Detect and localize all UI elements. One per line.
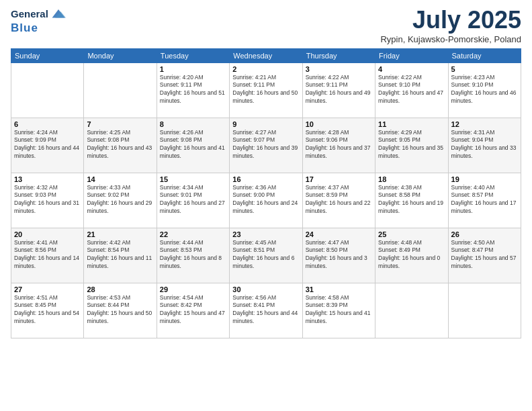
cell-date: 25 bbox=[378, 230, 445, 238]
cell-info: Sunrise: 4:33 AMSunset: 9:02 PMDaylight:… bbox=[87, 184, 153, 216]
cell-date: 23 bbox=[232, 230, 299, 238]
table-row: 13Sunrise: 4:32 AMSunset: 9:03 PMDayligh… bbox=[11, 173, 84, 228]
cell-date: 6 bbox=[14, 120, 81, 128]
cell-date: 21 bbox=[87, 230, 153, 238]
logo: General Blue bbox=[11, 7, 66, 35]
cell-info: Sunrise: 4:41 AMSunset: 8:56 PMDaylight:… bbox=[14, 239, 81, 271]
cell-info: Sunrise: 4:27 AMSunset: 9:07 PMDaylight:… bbox=[232, 129, 299, 161]
cell-date: 20 bbox=[14, 230, 81, 238]
table-row: 12Sunrise: 4:31 AMSunset: 9:04 PMDayligh… bbox=[448, 118, 521, 173]
cell-info: Sunrise: 4:53 AMSunset: 8:44 PMDaylight:… bbox=[87, 294, 153, 326]
cell-date: 8 bbox=[160, 120, 226, 128]
cell-date: 28 bbox=[87, 285, 153, 293]
month-title: July 2025 bbox=[380, 7, 521, 34]
cell-date: 30 bbox=[232, 285, 299, 293]
cell-date: 11 bbox=[378, 120, 445, 128]
table-row: 8Sunrise: 4:26 AMSunset: 9:08 PMDaylight… bbox=[157, 118, 229, 173]
cell-info: Sunrise: 4:44 AMSunset: 8:53 PMDaylight:… bbox=[160, 239, 226, 271]
calendar-header-row: Sunday Monday Tuesday Wednesday Thursday… bbox=[11, 48, 521, 62]
cell-info: Sunrise: 4:24 AMSunset: 9:09 PMDaylight:… bbox=[14, 129, 81, 161]
cell-date: 31 bbox=[306, 285, 372, 293]
table-row: 18Sunrise: 4:38 AMSunset: 8:58 PMDayligh… bbox=[375, 173, 448, 228]
cell-info: Sunrise: 4:54 AMSunset: 8:42 PMDaylight:… bbox=[160, 294, 226, 326]
header-wednesday: Wednesday bbox=[230, 48, 302, 62]
cell-info: Sunrise: 4:38 AMSunset: 8:58 PMDaylight:… bbox=[378, 184, 445, 216]
cell-info: Sunrise: 4:58 AMSunset: 8:39 PMDaylight:… bbox=[306, 294, 372, 326]
calendar-week-row: 27Sunrise: 4:51 AMSunset: 8:45 PMDayligh… bbox=[11, 283, 521, 338]
cell-date: 9 bbox=[232, 120, 299, 128]
table-row: 2Sunrise: 4:21 AMSunset: 9:11 PMDaylight… bbox=[230, 62, 302, 118]
cell-info: Sunrise: 4:31 AMSunset: 9:04 PMDaylight:… bbox=[451, 129, 518, 161]
calendar-week-row: 13Sunrise: 4:32 AMSunset: 9:03 PMDayligh… bbox=[11, 173, 521, 228]
table-row: 5Sunrise: 4:23 AMSunset: 9:10 PMDaylight… bbox=[448, 62, 521, 118]
table-row: 9Sunrise: 4:27 AMSunset: 9:07 PMDaylight… bbox=[230, 118, 302, 173]
table-row: 29Sunrise: 4:54 AMSunset: 8:42 PMDayligh… bbox=[157, 283, 229, 338]
cell-date: 14 bbox=[87, 175, 153, 183]
cell-date: 10 bbox=[306, 120, 372, 128]
table-row: 6Sunrise: 4:24 AMSunset: 9:09 PMDaylight… bbox=[11, 118, 84, 173]
table-row: 28Sunrise: 4:53 AMSunset: 8:44 PMDayligh… bbox=[84, 283, 157, 338]
cell-date: 22 bbox=[160, 230, 226, 238]
cell-info: Sunrise: 4:34 AMSunset: 9:01 PMDaylight:… bbox=[160, 184, 226, 216]
cell-date: 17 bbox=[306, 175, 372, 183]
cell-info: Sunrise: 4:22 AMSunset: 9:11 PMDaylight:… bbox=[306, 74, 372, 106]
calendar-week-row: 1Sunrise: 4:20 AMSunset: 9:11 PMDaylight… bbox=[11, 62, 521, 118]
cell-date: 13 bbox=[14, 175, 81, 183]
cell-info: Sunrise: 4:51 AMSunset: 8:45 PMDaylight:… bbox=[14, 294, 81, 326]
cell-date: 1 bbox=[160, 65, 226, 73]
table-row: 30Sunrise: 4:56 AMSunset: 8:41 PMDayligh… bbox=[230, 283, 302, 338]
table-row: 19Sunrise: 4:40 AMSunset: 8:57 PMDayligh… bbox=[448, 173, 521, 228]
table-row: 17Sunrise: 4:37 AMSunset: 8:59 PMDayligh… bbox=[302, 173, 375, 228]
cell-info: Sunrise: 4:40 AMSunset: 8:57 PMDaylight:… bbox=[451, 184, 518, 216]
cell-info: Sunrise: 4:50 AMSunset: 8:47 PMDaylight:… bbox=[451, 239, 518, 271]
cell-info: Sunrise: 4:28 AMSunset: 9:06 PMDaylight:… bbox=[306, 129, 372, 161]
table-row: 14Sunrise: 4:33 AMSunset: 9:02 PMDayligh… bbox=[84, 173, 157, 228]
header-friday: Friday bbox=[375, 48, 448, 62]
cell-date: 16 bbox=[232, 175, 299, 183]
table-row bbox=[375, 283, 448, 338]
table-row bbox=[84, 62, 157, 118]
header-thursday: Thursday bbox=[302, 48, 375, 62]
table-row: 1Sunrise: 4:20 AMSunset: 9:11 PMDaylight… bbox=[157, 62, 229, 118]
table-row bbox=[448, 283, 521, 338]
header-saturday: Saturday bbox=[448, 48, 521, 62]
cell-info: Sunrise: 4:47 AMSunset: 8:50 PMDaylight:… bbox=[306, 239, 372, 271]
table-row: 15Sunrise: 4:34 AMSunset: 9:01 PMDayligh… bbox=[157, 173, 229, 228]
cell-date: 5 bbox=[451, 65, 518, 73]
calendar-table: Sunday Monday Tuesday Wednesday Thursday… bbox=[11, 48, 521, 338]
header-sunday: Sunday bbox=[11, 48, 84, 62]
table-row: 3Sunrise: 4:22 AMSunset: 9:11 PMDaylight… bbox=[302, 62, 375, 118]
cell-date: 19 bbox=[451, 175, 518, 183]
cell-date: 7 bbox=[87, 120, 153, 128]
header-monday: Monday bbox=[84, 48, 157, 62]
table-row: 16Sunrise: 4:36 AMSunset: 9:00 PMDayligh… bbox=[230, 173, 302, 228]
table-row: 22Sunrise: 4:44 AMSunset: 8:53 PMDayligh… bbox=[157, 228, 229, 283]
cell-info: Sunrise: 4:21 AMSunset: 9:11 PMDaylight:… bbox=[232, 74, 299, 106]
cell-date: 27 bbox=[14, 285, 81, 293]
cell-info: Sunrise: 4:45 AMSunset: 8:51 PMDaylight:… bbox=[232, 239, 299, 271]
table-row: 7Sunrise: 4:25 AMSunset: 9:08 PMDaylight… bbox=[84, 118, 157, 173]
table-row: 10Sunrise: 4:28 AMSunset: 9:06 PMDayligh… bbox=[302, 118, 375, 173]
table-row: 25Sunrise: 4:48 AMSunset: 8:49 PMDayligh… bbox=[375, 228, 448, 283]
table-row: 31Sunrise: 4:58 AMSunset: 8:39 PMDayligh… bbox=[302, 283, 375, 338]
cell-date: 12 bbox=[451, 120, 518, 128]
cell-date: 3 bbox=[306, 65, 372, 73]
logo-blue-text: Blue bbox=[11, 21, 38, 35]
cell-date: 18 bbox=[378, 175, 445, 183]
table-row: 21Sunrise: 4:42 AMSunset: 8:54 PMDayligh… bbox=[84, 228, 157, 283]
page-header: General Blue July 2025 Rypin, Kujawsko-P… bbox=[11, 7, 521, 44]
logo-icon bbox=[51, 7, 66, 21]
table-row bbox=[11, 62, 84, 118]
cell-info: Sunrise: 4:37 AMSunset: 8:59 PMDaylight:… bbox=[306, 184, 372, 216]
cell-date: 24 bbox=[306, 230, 372, 238]
table-row: 20Sunrise: 4:41 AMSunset: 8:56 PMDayligh… bbox=[11, 228, 84, 283]
location: Rypin, Kujawsko-Pomorskie, Poland bbox=[380, 34, 521, 44]
table-row: 4Sunrise: 4:22 AMSunset: 9:10 PMDaylight… bbox=[375, 62, 448, 118]
cell-date: 4 bbox=[378, 65, 445, 73]
cell-date: 29 bbox=[160, 285, 226, 293]
table-row: 23Sunrise: 4:45 AMSunset: 8:51 PMDayligh… bbox=[230, 228, 302, 283]
cell-info: Sunrise: 4:22 AMSunset: 9:10 PMDaylight:… bbox=[378, 74, 445, 106]
cell-info: Sunrise: 4:23 AMSunset: 9:10 PMDaylight:… bbox=[451, 74, 518, 106]
cell-info: Sunrise: 4:42 AMSunset: 8:54 PMDaylight:… bbox=[87, 239, 153, 271]
logo-text: General bbox=[11, 8, 48, 19]
